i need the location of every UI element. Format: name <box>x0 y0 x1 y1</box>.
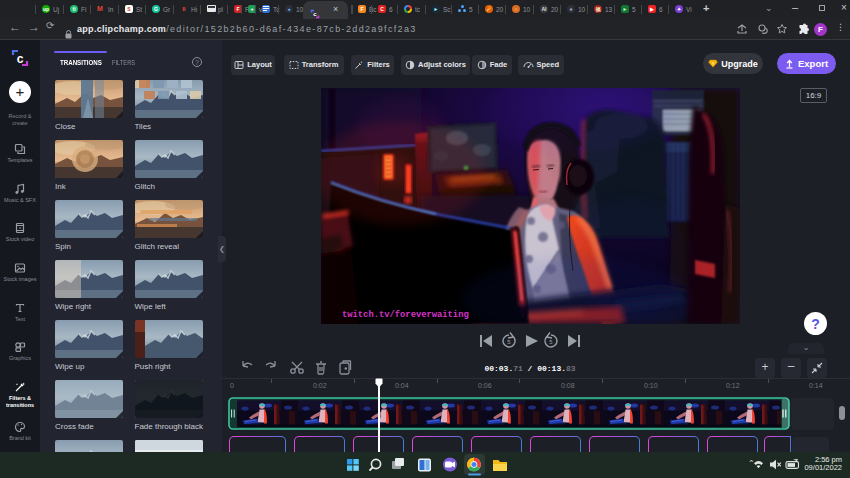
svg-text:5: 5 <box>507 339 511 345</box>
svg-text:twitch.tv/foreverwaiting: twitch.tv/foreverwaiting <box>342 310 469 320</box>
svg-text:c: c <box>17 52 24 66</box>
svg-text:?: ? <box>811 316 820 332</box>
svg-text:5: 5 <box>549 339 553 345</box>
svg-text:c: c <box>313 11 317 17</box>
